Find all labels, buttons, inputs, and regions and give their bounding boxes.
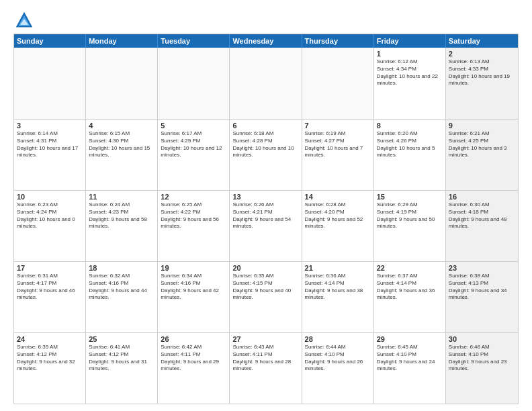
day-cell-9: 9Sunrise: 6:21 AM Sunset: 4:25 PM Daylig… (446, 120, 518, 190)
calendar-row-1: 1Sunrise: 6:12 AM Sunset: 4:34 PM Daylig… (14, 48, 518, 119)
day-info: Sunrise: 6:35 AM Sunset: 4:15 PM Dayligh… (232, 273, 298, 302)
day-number: 10 (17, 193, 83, 201)
header-day-monday: Monday (86, 34, 158, 48)
day-number: 26 (161, 335, 226, 343)
day-info: Sunrise: 6:46 AM Sunset: 4:10 PM Dayligh… (449, 344, 515, 373)
day-number: 5 (161, 122, 226, 130)
day-cell-24: 24Sunrise: 6:39 AM Sunset: 4:12 PM Dayli… (14, 333, 86, 404)
day-number: 20 (232, 264, 298, 272)
day-number: 3 (17, 122, 83, 130)
day-number: 2 (449, 50, 515, 58)
calendar: SundayMondayTuesdayWednesdayThursdayFrid… (13, 34, 519, 404)
day-cell-29: 29Sunrise: 6:45 AM Sunset: 4:10 PM Dayli… (374, 333, 446, 404)
day-info: Sunrise: 6:39 AM Sunset: 4:12 PM Dayligh… (17, 344, 83, 373)
day-number: 1 (377, 50, 443, 58)
header-day-tuesday: Tuesday (158, 34, 230, 48)
day-info: Sunrise: 6:21 AM Sunset: 4:25 PM Dayligh… (449, 130, 515, 159)
day-info: Sunrise: 6:38 AM Sunset: 4:13 PM Dayligh… (449, 273, 515, 302)
day-cell-27: 27Sunrise: 6:43 AM Sunset: 4:11 PM Dayli… (230, 333, 302, 404)
logo-icon (13, 11, 35, 30)
day-cell-17: 17Sunrise: 6:31 AM Sunset: 4:17 PM Dayli… (14, 262, 86, 332)
day-cell-16: 16Sunrise: 6:30 AM Sunset: 4:18 PM Dayli… (446, 191, 518, 261)
day-number: 15 (377, 193, 443, 201)
day-info: Sunrise: 6:19 AM Sunset: 4:27 PM Dayligh… (305, 130, 371, 159)
day-info: Sunrise: 6:32 AM Sunset: 4:16 PM Dayligh… (89, 273, 154, 302)
day-info: Sunrise: 6:12 AM Sunset: 4:34 PM Dayligh… (377, 58, 443, 87)
day-cell-19: 19Sunrise: 6:34 AM Sunset: 4:16 PM Dayli… (158, 262, 230, 332)
day-number: 30 (449, 335, 515, 343)
day-cell-4: 4Sunrise: 6:15 AM Sunset: 4:30 PM Daylig… (86, 120, 158, 190)
day-info: Sunrise: 6:31 AM Sunset: 4:17 PM Dayligh… (17, 273, 83, 302)
day-number: 8 (377, 122, 443, 130)
day-info: Sunrise: 6:13 AM Sunset: 4:33 PM Dayligh… (449, 58, 515, 87)
day-number: 21 (305, 264, 371, 272)
day-number: 17 (17, 264, 83, 272)
day-cell-11: 11Sunrise: 6:24 AM Sunset: 4:23 PM Dayli… (86, 191, 158, 261)
day-number: 28 (305, 335, 371, 343)
day-cell-6: 6Sunrise: 6:18 AM Sunset: 4:28 PM Daylig… (230, 120, 302, 190)
day-number: 4 (89, 122, 154, 130)
empty-cell (86, 48, 158, 119)
day-info: Sunrise: 6:18 AM Sunset: 4:28 PM Dayligh… (232, 130, 298, 159)
day-cell-28: 28Sunrise: 6:44 AM Sunset: 4:10 PM Dayli… (302, 333, 374, 404)
header-day-wednesday: Wednesday (230, 34, 302, 48)
day-number: 16 (449, 193, 515, 201)
day-cell-3: 3Sunrise: 6:14 AM Sunset: 4:31 PM Daylig… (14, 120, 86, 190)
calendar-row-5: 24Sunrise: 6:39 AM Sunset: 4:12 PM Dayli… (14, 332, 518, 404)
header-day-thursday: Thursday (302, 34, 374, 48)
day-info: Sunrise: 6:28 AM Sunset: 4:20 PM Dayligh… (305, 201, 371, 230)
day-info: Sunrise: 6:14 AM Sunset: 4:31 PM Dayligh… (17, 130, 83, 159)
day-number: 24 (17, 335, 83, 343)
day-cell-21: 21Sunrise: 6:36 AM Sunset: 4:14 PM Dayli… (302, 262, 374, 332)
day-number: 25 (89, 335, 154, 343)
day-cell-13: 13Sunrise: 6:26 AM Sunset: 4:21 PM Dayli… (230, 191, 302, 261)
day-cell-22: 22Sunrise: 6:37 AM Sunset: 4:14 PM Dayli… (374, 262, 446, 332)
header-day-saturday: Saturday (446, 34, 518, 48)
day-cell-25: 25Sunrise: 6:41 AM Sunset: 4:12 PM Dayli… (86, 333, 158, 404)
day-number: 22 (377, 264, 443, 272)
day-cell-20: 20Sunrise: 6:35 AM Sunset: 4:15 PM Dayli… (230, 262, 302, 332)
day-info: Sunrise: 6:41 AM Sunset: 4:12 PM Dayligh… (89, 344, 154, 373)
day-cell-2: 2Sunrise: 6:13 AM Sunset: 4:33 PM Daylig… (446, 48, 518, 119)
day-cell-8: 8Sunrise: 6:20 AM Sunset: 4:26 PM Daylig… (374, 120, 446, 190)
day-number: 23 (449, 264, 515, 272)
calendar-row-4: 17Sunrise: 6:31 AM Sunset: 4:17 PM Dayli… (14, 261, 518, 332)
day-info: Sunrise: 6:37 AM Sunset: 4:14 PM Dayligh… (377, 273, 443, 302)
calendar-header: SundayMondayTuesdayWednesdayThursdayFrid… (14, 34, 518, 48)
day-number: 18 (89, 264, 154, 272)
header-day-friday: Friday (374, 34, 446, 48)
empty-cell (302, 48, 374, 119)
day-info: Sunrise: 6:24 AM Sunset: 4:23 PM Dayligh… (89, 201, 154, 230)
day-number: 13 (232, 193, 298, 201)
header (13, 11, 519, 30)
day-cell-5: 5Sunrise: 6:17 AM Sunset: 4:29 PM Daylig… (158, 120, 230, 190)
day-info: Sunrise: 6:25 AM Sunset: 4:22 PM Dayligh… (161, 201, 226, 230)
day-number: 27 (232, 335, 298, 343)
logo (13, 11, 38, 30)
day-info: Sunrise: 6:30 AM Sunset: 4:18 PM Dayligh… (449, 201, 515, 230)
day-cell-14: 14Sunrise: 6:28 AM Sunset: 4:20 PM Dayli… (302, 191, 374, 261)
day-number: 12 (161, 193, 226, 201)
day-cell-7: 7Sunrise: 6:19 AM Sunset: 4:27 PM Daylig… (302, 120, 374, 190)
day-number: 9 (449, 122, 515, 130)
day-info: Sunrise: 6:23 AM Sunset: 4:24 PM Dayligh… (17, 201, 83, 230)
day-info: Sunrise: 6:42 AM Sunset: 4:11 PM Dayligh… (161, 344, 226, 373)
calendar-body: 1Sunrise: 6:12 AM Sunset: 4:34 PM Daylig… (14, 48, 518, 404)
day-cell-1: 1Sunrise: 6:12 AM Sunset: 4:34 PM Daylig… (374, 48, 446, 119)
page: SundayMondayTuesdayWednesdayThursdayFrid… (0, 0, 532, 411)
day-info: Sunrise: 6:45 AM Sunset: 4:10 PM Dayligh… (377, 344, 443, 373)
empty-cell (158, 48, 230, 119)
day-info: Sunrise: 6:15 AM Sunset: 4:30 PM Dayligh… (89, 130, 154, 159)
day-cell-15: 15Sunrise: 6:29 AM Sunset: 4:19 PM Dayli… (374, 191, 446, 261)
empty-cell (230, 48, 302, 119)
day-cell-18: 18Sunrise: 6:32 AM Sunset: 4:16 PM Dayli… (86, 262, 158, 332)
day-number: 14 (305, 193, 371, 201)
day-info: Sunrise: 6:17 AM Sunset: 4:29 PM Dayligh… (161, 130, 226, 159)
day-cell-10: 10Sunrise: 6:23 AM Sunset: 4:24 PM Dayli… (14, 191, 86, 261)
day-info: Sunrise: 6:36 AM Sunset: 4:14 PM Dayligh… (305, 273, 371, 302)
day-number: 6 (232, 122, 298, 130)
day-cell-30: 30Sunrise: 6:46 AM Sunset: 4:10 PM Dayli… (446, 333, 518, 404)
day-info: Sunrise: 6:26 AM Sunset: 4:21 PM Dayligh… (232, 201, 298, 230)
day-cell-26: 26Sunrise: 6:42 AM Sunset: 4:11 PM Dayli… (158, 333, 230, 404)
day-info: Sunrise: 6:29 AM Sunset: 4:19 PM Dayligh… (377, 201, 443, 230)
